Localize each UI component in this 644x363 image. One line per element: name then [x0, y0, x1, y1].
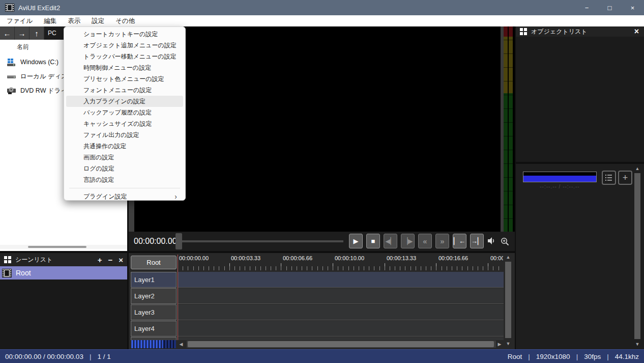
menu-item-input-plugin[interactable]: 入力プラグインの設定 [66, 96, 183, 107]
magnifier-plus-icon [501, 237, 509, 246]
menu-item-trackbar-move-menu[interactable]: トラックバー移動メニューの設定 [66, 51, 183, 62]
status-separator: | [576, 353, 578, 360]
prev-frame-button[interactable]: ◀▏ [384, 234, 397, 248]
minimize-button[interactable]: − [575, 0, 598, 15]
cache-progress-bar [523, 172, 597, 182]
maximize-icon: □ [608, 4, 612, 12]
menu-item-time-control-menu[interactable]: 時間制御メニューの設定 [66, 62, 183, 73]
scrollbar-thumb[interactable] [505, 262, 511, 338]
scroll-up-icon[interactable]: ▲ [634, 165, 641, 172]
panel-grid-icon [4, 256, 11, 263]
file-horizontal-scrollbar[interactable] [0, 245, 127, 249]
scroll-down-icon[interactable]: ▼ [505, 341, 512, 347]
title-bar: AviUtl ExEdit2 − □ × [0, 0, 644, 15]
close-panel-icon[interactable]: × [634, 26, 639, 37]
maximize-button[interactable]: □ [598, 0, 621, 15]
menu-other[interactable]: その他 [110, 15, 140, 26]
settings-dropdown-menu: ショートカットキーの設定 オブジェクト追加メニューの設定 トラックバー移動メニュ… [64, 26, 186, 201]
layer-label[interactable]: Layer3 [131, 304, 177, 320]
back-icon: ← [4, 29, 11, 38]
status-resolution: 1920x1080 [536, 353, 570, 360]
menu-item-screen[interactable]: 画面の設定 [66, 152, 183, 163]
layer-track[interactable] [178, 321, 504, 337]
menu-item-shortcut-keys[interactable]: ショートカットキーの設定 [66, 29, 183, 40]
layer-track[interactable] [178, 304, 504, 320]
name-column-header[interactable]: 名前 [17, 43, 29, 51]
duration-placeholder: --:--.-- / --:--.-- [523, 184, 597, 189]
play-icon: ▶ [354, 237, 359, 245]
windows-drive-icon [7, 59, 17, 66]
nav-back-button[interactable]: ← [0, 26, 15, 40]
layer-label[interactable]: Layer1 [131, 272, 177, 288]
stop-button[interactable]: ■ [366, 234, 380, 248]
status-separator: | [528, 353, 530, 360]
next-frame-icon: ▕▶ [403, 237, 413, 245]
timeline-layers: Layer1 Layer2 Layer3 Layer4 [129, 272, 507, 340]
list-icon [605, 174, 613, 182]
menu-item-backup-history[interactable]: バックアップ履歴の設定 [66, 107, 183, 118]
nav-up-button[interactable]: ↑ [30, 26, 44, 40]
menu-item-cache-size[interactable]: キャッシュサイズの設定 [66, 118, 183, 129]
media-panel-scrollbar[interactable]: ▲ ▼ [634, 165, 641, 348]
ruler-label: 00:00:16.66 [438, 255, 468, 261]
scene-root-button[interactable]: Root [131, 256, 177, 269]
menu-item-preset-color-menu[interactable]: プリセット色メニューの設定 [66, 73, 183, 85]
player-timecode: 00:00:00.00 [134, 232, 177, 251]
menu-settings[interactable]: 設定 [86, 15, 110, 26]
scrollbar-thumb[interactable] [188, 341, 494, 347]
next-frame-button[interactable]: ▕▶ [401, 234, 415, 248]
playback-control-bar: 00:00:00.00 ▶ ■ ◀▏ ▕▶ « » ▏← →▏ [129, 232, 515, 251]
menu-item-language[interactable]: 言語の設定 [66, 174, 183, 185]
timeline-vertical-scrollbar[interactable]: ▲ ▼ [505, 254, 512, 348]
layer-track[interactable] [178, 288, 504, 304]
menu-item-plugin-settings[interactable]: プラグイン設定 › [66, 191, 183, 202]
go-to-start-button[interactable]: ▏← [453, 234, 466, 248]
scroll-up-icon[interactable]: ▲ [505, 254, 512, 260]
timeline-playhead[interactable] [178, 255, 178, 340]
layer-track[interactable] [178, 272, 504, 288]
menu-view[interactable]: 表示 [62, 15, 86, 26]
menu-item-object-add-menu[interactable]: オブジェクト追加メニューの設定 [66, 40, 183, 51]
timeline-zoom-widget[interactable] [131, 340, 176, 348]
seek-slider-handle[interactable] [175, 233, 182, 249]
close-panel-icon[interactable]: × [119, 256, 123, 264]
close-button[interactable]: × [621, 0, 644, 15]
scrollbar-thumb[interactable] [28, 246, 86, 248]
seek-slider-track[interactable] [182, 240, 343, 242]
volume-button[interactable] [487, 237, 496, 245]
zoom-button[interactable] [501, 237, 509, 246]
prev-frame-icon: ◀▏ [386, 237, 396, 245]
layer-label[interactable]: Layer4 [131, 321, 177, 337]
scene-item-root[interactable]: Root [0, 266, 127, 280]
scrollbar-thumb[interactable] [634, 173, 640, 339]
hard-drive-icon [7, 73, 17, 80]
remove-scene-button[interactable]: − [108, 256, 112, 264]
scroll-left-icon[interactable]: ◀ [178, 341, 185, 347]
up-icon: ↑ [35, 29, 39, 38]
menu-item-log[interactable]: ログの設定 [66, 163, 183, 174]
layer-label[interactable]: Layer2 [131, 288, 177, 304]
menu-edit[interactable]: 編集 [38, 15, 62, 26]
menu-item-common-operation[interactable]: 共通操作の設定 [66, 141, 183, 152]
add-scene-button[interactable]: + [98, 256, 102, 264]
list-view-button[interactable] [602, 171, 616, 185]
add-media-button[interactable]: + [618, 171, 632, 185]
panel-grid-icon [520, 28, 527, 35]
stop-icon: ■ [371, 237, 375, 245]
scroll-right-icon[interactable]: ▶ [496, 341, 503, 347]
speaker-icon [487, 237, 496, 245]
play-button[interactable]: ▶ [349, 234, 363, 248]
menu-item-file-output[interactable]: ファイル出力の設定 [66, 129, 183, 141]
fast-forward-button[interactable]: » [435, 234, 449, 248]
nav-forward-button[interactable]: → [15, 26, 30, 40]
menu-file[interactable]: ファイル [1, 15, 38, 26]
scrollbar-track[interactable] [187, 341, 496, 348]
media-info-panel: --:--.-- / --:--.-- + ▲ ▼ [516, 164, 644, 349]
layer-row-3: Layer3 [129, 304, 507, 321]
rewind-button[interactable]: « [418, 234, 432, 248]
timeline-ruler[interactable]: 00:00:00.00 00:00:03.33 00:00:06.66 00:0… [178, 254, 503, 271]
status-left: 00:00:00.00 / 00:00:00.03 | 1 / 1 [5, 353, 111, 360]
scroll-down-icon[interactable]: ▼ [634, 341, 641, 347]
menu-item-font-menu[interactable]: フォントメニューの設定 [66, 85, 183, 96]
go-to-end-button[interactable]: →▏ [470, 234, 484, 248]
